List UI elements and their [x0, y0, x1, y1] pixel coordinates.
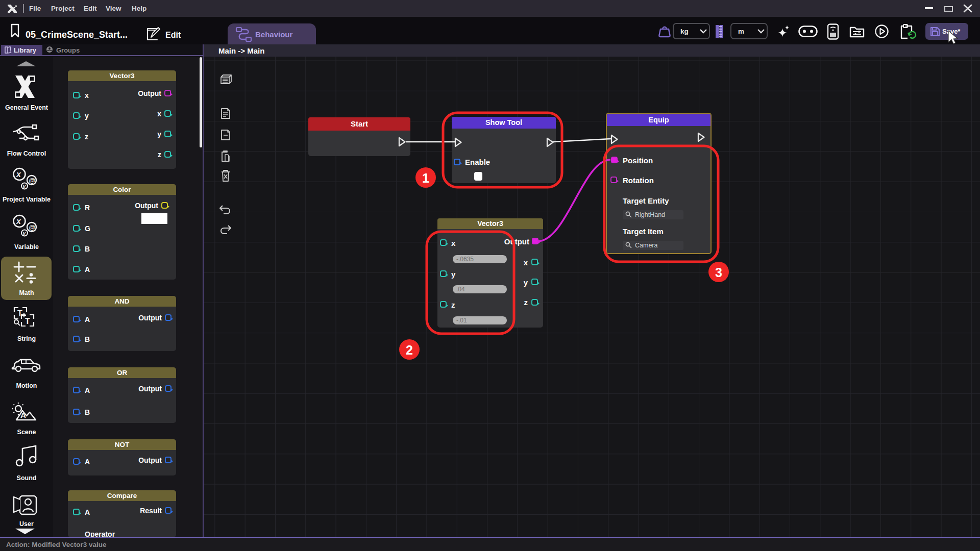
svg-text:1: 1: [422, 171, 429, 185]
svg-text:3: 3: [715, 265, 722, 280]
svg-text:2: 2: [406, 343, 413, 357]
